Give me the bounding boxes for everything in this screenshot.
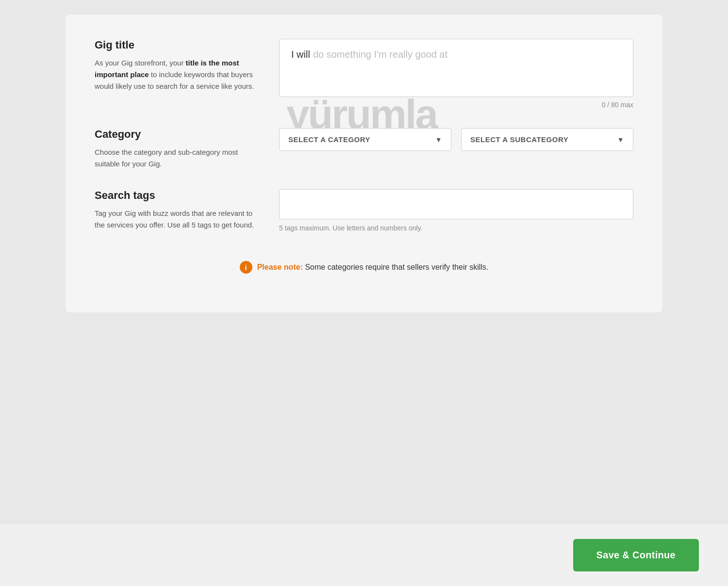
gig-title-desc-part1: As your Gig storefront, your <box>95 59 186 67</box>
please-note-section: i Please note: Some categories require t… <box>95 251 633 283</box>
category-dropdown[interactable]: SELECT A CATEGORY ▼ <box>279 128 451 151</box>
category-section: Category Choose the category and sub-cat… <box>95 128 633 170</box>
category-select-area: SELECT A CATEGORY ▼ SELECT A SUBCATEGORY… <box>279 128 633 151</box>
category-dropdown-label: SELECT A CATEGORY <box>288 135 370 144</box>
category-description: Choose the category and sub-category mos… <box>95 146 260 170</box>
gig-title-heading: Gig title <box>95 39 260 51</box>
title-prefix: I will <box>291 49 310 60</box>
subcategory-dropdown-label: SELECT A SUBCATEGORY <box>470 135 568 144</box>
please-note-inner: i Please note: Some categories require t… <box>240 261 489 274</box>
info-icon: i <box>240 261 252 274</box>
search-tags-description: Tag your Gig with buzz words that are re… <box>95 208 260 231</box>
form-content: Gig title As your Gig storefront, your t… <box>95 39 633 283</box>
please-note-text: Please note: Some categories require tha… <box>257 263 489 272</box>
search-tags-label: Search tags Tag your Gig with buzz words… <box>95 189 279 231</box>
tags-input[interactable] <box>279 189 633 219</box>
category-heading: Category <box>95 128 260 141</box>
gig-title-input-area: I will do something I'm really good at 0… <box>279 39 633 109</box>
search-tags-heading: Search tags <box>95 189 260 202</box>
subcategory-chevron-icon: ▼ <box>617 136 624 144</box>
title-placeholder: do something I'm really good at <box>313 49 447 60</box>
please-note-label: Please note: <box>257 263 303 271</box>
category-chevron-icon: ▼ <box>435 136 442 144</box>
category-row: SELECT A CATEGORY ▼ SELECT A SUBCATEGORY… <box>279 128 633 151</box>
subcategory-dropdown[interactable]: SELECT A SUBCATEGORY ▼ <box>461 128 633 151</box>
please-note-message: Some categories require that sellers ver… <box>305 263 488 271</box>
search-tags-input-area: 5 tags maximum. Use letters and numbers … <box>279 189 633 232</box>
char-count: 0 / 80 max <box>279 101 633 109</box>
gig-title-description: As your Gig storefront, your title is th… <box>95 57 260 92</box>
bottom-bar: Save & Continue <box>0 524 728 586</box>
gig-title-input-wrapper[interactable]: I will do something I'm really good at <box>279 39 633 97</box>
tags-hint: 5 tags maximum. Use letters and numbers … <box>279 224 633 232</box>
save-continue-button[interactable]: Save & Continue <box>573 539 699 571</box>
main-card: yürumla Gig title As your Gig storefront… <box>66 15 662 312</box>
category-label: Category Choose the category and sub-cat… <box>95 128 279 170</box>
gig-title-label: Gig title As your Gig storefront, your t… <box>95 39 279 92</box>
search-tags-section: Search tags Tag your Gig with buzz words… <box>95 189 633 232</box>
gig-title-section: Gig title As your Gig storefront, your t… <box>95 39 633 109</box>
